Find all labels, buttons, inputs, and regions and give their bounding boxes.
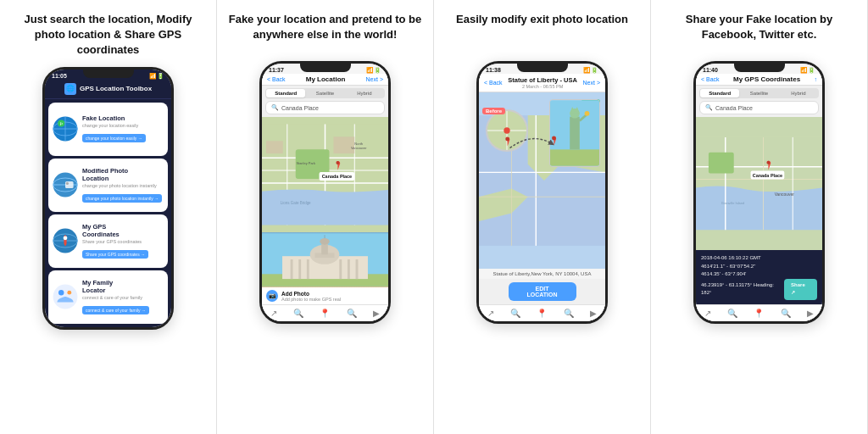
nav-icon-5[interactable]: ▶ — [373, 309, 380, 318]
back-btn-2[interactable]: < Back — [267, 76, 286, 82]
svg-text:Canada Place: Canada Place — [753, 173, 782, 178]
p1-cards: 🏳 Fake Location change your location eas… — [45, 99, 171, 327]
search-bar-2[interactable]: 🔍 Canada Place — [265, 101, 385, 114]
tb3-icon-3[interactable]: 📍 — [537, 309, 547, 318]
nav-title-4: My GPS Coordinates — [733, 75, 800, 83]
nav-bar-2: < Back My Location Next > — [262, 74, 388, 86]
seg-hybrid-4[interactable]: Hybrid — [779, 89, 818, 97]
svg-rect-73 — [709, 153, 734, 174]
before-label: Before — [482, 108, 505, 114]
panel-2: Fake your location and pretend to be any… — [217, 0, 434, 434]
card-family-text: My FamilyLocator connect & care of your … — [82, 279, 163, 315]
p3-map[interactable]: Before After — [479, 92, 605, 269]
next-btn-2[interactable]: Next > — [366, 76, 383, 82]
card-photo-title: Modified PhotoLocation — [82, 167, 163, 182]
coord-row-1: 2018-04-06 16:10:22 GMT — [701, 254, 817, 263]
tb4-icon-5[interactable]: ▶ — [807, 309, 814, 318]
card-gps[interactable]: My GPSCoordinates Share your GPS coordin… — [48, 214, 168, 268]
svg-point-17 — [67, 291, 71, 295]
svg-text:Vancouver: Vancouver — [775, 192, 795, 197]
seg-control-4: Standard Satellite Hybrid — [699, 88, 819, 98]
card-family-btn[interactable]: connect & care of your family → — [82, 306, 149, 314]
photo-add-info: Add Photo Add photo to make GPS real — [281, 291, 341, 302]
tb3-icon-1[interactable]: ↗ — [487, 309, 494, 318]
screen-2: 11:37 📶🔋 < Back My Location Next > Stand… — [262, 64, 388, 321]
phone-4: 11:40 📶🔋 < Back My GPS Coordinates ↑ Sta… — [693, 61, 825, 324]
svg-rect-42 — [348, 259, 350, 279]
panel-2-headline: Fake your location and pretend to be any… — [225, 12, 425, 53]
next-btn-3[interactable]: Next > — [583, 80, 600, 86]
nav-bar-4: < Back My GPS Coordinates ↑ — [696, 74, 822, 86]
svg-point-34 — [336, 161, 339, 164]
nav-icon-1[interactable]: ↗ — [270, 309, 277, 318]
nav-title-2: My Location — [306, 75, 346, 83]
photo-add-title: Add Photo — [281, 291, 341, 297]
nav-icon-2[interactable]: 🔍 — [293, 309, 303, 318]
photo-avatar-2: 📷 — [266, 290, 278, 302]
map-area-2[interactable]: Stanley Park Lions Gate Bridge North Van… — [262, 117, 388, 232]
notch-1 — [83, 70, 134, 78]
edit-location-btn[interactable]: EDIT LOCATION — [509, 282, 576, 301]
capitol-photo — [262, 232, 388, 287]
tb4-icon-2[interactable]: 🔍 — [727, 309, 737, 318]
time-2: 11:37 — [269, 67, 284, 74]
tb4-icon-3[interactable]: 📍 — [754, 309, 764, 318]
tb4-icon-4[interactable]: 🔍 — [781, 309, 791, 318]
photo-strip-2 — [262, 232, 388, 287]
card-gps-btn[interactable]: Share your GPS coordinates → — [82, 250, 148, 259]
card-family[interactable]: My FamilyLocator connect & care of your … — [48, 270, 168, 324]
card-photo-btn[interactable]: change your photo location instantly → — [82, 194, 162, 203]
svg-rect-43 — [356, 259, 359, 279]
seg-hybrid-2[interactable]: Hybrid — [345, 89, 384, 97]
nav-icon-4[interactable]: 🔍 — [347, 309, 357, 318]
notch-3 — [517, 64, 568, 72]
svg-text:Canada Place: Canada Place — [322, 174, 352, 179]
svg-point-10 — [66, 182, 69, 185]
svg-rect-40 — [307, 259, 309, 279]
panel-1: Just search the location, Modify photo l… — [0, 0, 217, 434]
card-fake-location[interactable]: 🏳 Fake Location change your location eas… — [48, 103, 168, 156]
svg-point-57 — [504, 127, 509, 133]
p4-map-svg: Vancouver Canada Place Granville Island — [696, 117, 822, 250]
card-fake-btn[interactable]: change your location easily → — [82, 134, 146, 142]
svg-text:Stanley Park: Stanley Park — [296, 161, 315, 165]
signal-2: 📶🔋 — [366, 67, 381, 74]
photo-add-sub: Add photo to make GPS real — [281, 297, 341, 302]
time-1: 11:05 — [52, 73, 67, 80]
tb3-icon-4[interactable]: 🔍 — [564, 309, 574, 318]
seg-standard-2[interactable]: Standard — [266, 89, 305, 97]
svg-text:🏳: 🏳 — [59, 122, 64, 126]
tb3-icon-2[interactable]: 🔍 — [510, 309, 520, 318]
svg-text:Lions Gate Bridge: Lions Gate Bridge — [281, 201, 311, 205]
bottom-toolbar-2: ↗ 🔍 📍 🔍 ▶ — [262, 304, 388, 321]
coord-dms1: 4614'21.1" - 63°07'54.2" — [701, 263, 755, 271]
card-fake-sub: change your location easily — [82, 123, 163, 128]
card-gps-sub: Share your GPS coordinates — [82, 239, 163, 244]
seg-satellite-4[interactable]: Satellite — [739, 89, 778, 97]
seg-satellite-2[interactable]: Satellite — [305, 89, 344, 97]
p3-address: Statue of Liberty,New York, NY 10004, US… — [479, 269, 605, 279]
p4-map[interactable]: Vancouver Canada Place Granville Island — [696, 117, 822, 250]
tb3-icon-5[interactable]: ▶ — [590, 309, 597, 318]
back-btn-3[interactable]: < Back — [484, 80, 503, 86]
statue-photo — [549, 99, 600, 167]
svg-rect-60 — [570, 117, 580, 150]
card-photo-location[interactable]: Modified PhotoLocation change your photo… — [48, 159, 168, 212]
coords-box: 2018-04-06 16:10:22 GMT 4614'21.1" - 63°… — [696, 250, 822, 304]
svg-text:Granville Island: Granville Island — [721, 201, 744, 205]
card-photo-text: Modified PhotoLocation change your photo… — [82, 167, 163, 203]
seg-standard-4[interactable]: Standard — [700, 89, 739, 97]
share-label: Share ↗ — [791, 281, 810, 298]
svg-rect-26 — [266, 141, 283, 153]
seg-control-2: Standard Satellite Hybrid — [265, 88, 385, 98]
card-photo-sub: change your photo location instantly — [82, 183, 163, 188]
card-fake-title: Fake Location — [82, 114, 163, 122]
next-btn-4[interactable]: ↑ — [814, 76, 817, 82]
search-bar-4[interactable]: 🔍 Canada Place — [699, 101, 819, 114]
tb4-icon-1[interactable]: ↗ — [704, 309, 711, 318]
nav-icon-3[interactable]: 📍 — [320, 309, 330, 318]
before-map-svg — [487, 111, 526, 150]
svg-point-76 — [766, 161, 770, 164]
share-button[interactable]: Share ↗ — [784, 279, 817, 300]
back-btn-4[interactable]: < Back — [701, 76, 720, 82]
